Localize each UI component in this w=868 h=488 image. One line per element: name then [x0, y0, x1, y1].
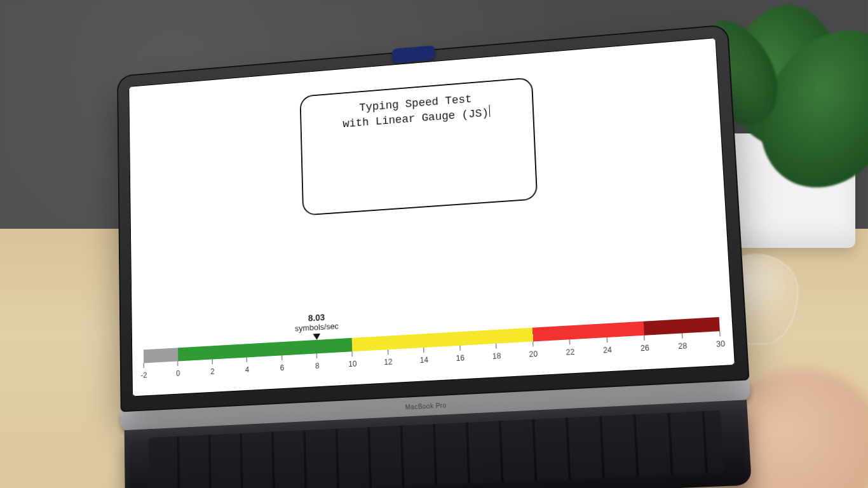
gauge-tick-label: 18 [492, 351, 501, 361]
gauge-tick: 0 [176, 361, 180, 378]
gauge-tick: 10 [348, 351, 357, 369]
gauge-tick-label: 8 [315, 362, 320, 370]
gauge-tick-label: 28 [678, 341, 688, 351]
gauge-tick-label: 16 [456, 353, 465, 363]
gauge-tick-label: 22 [566, 348, 574, 357]
gauge-tick-label: 30 [716, 339, 726, 349]
laptop-screen: Typing Speed Test with Linear Gauge (JS)… [128, 37, 735, 396]
gauge-tick: 16 [456, 346, 465, 363]
gauge-tick: 8 [315, 353, 319, 371]
gauge-tick-label: 6 [280, 363, 284, 372]
webcam-cover [392, 45, 435, 63]
gauge-tick-label: 20 [529, 349, 538, 359]
app-content: Typing Speed Test with Linear Gauge (JS)… [128, 37, 735, 396]
gauge-tick: 24 [602, 337, 612, 356]
gauge-tick: 22 [566, 339, 575, 358]
gauge-units: symbols/sec [295, 322, 339, 334]
gauge-tick: 18 [492, 343, 501, 362]
text-caret [489, 105, 490, 117]
gauge-tick: 28 [677, 333, 687, 351]
gauge-tick: 4 [245, 357, 249, 374]
gauge-tick-label: 26 [641, 343, 649, 353]
gauge-tick-label: 24 [603, 346, 612, 355]
gauge-tick-label: 12 [384, 358, 393, 367]
linear-gauge: 8.03 symbols/sec -2024681012141618202224… [143, 289, 721, 382]
gauge-tick: -2 [140, 363, 147, 380]
typing-textarea[interactable]: Typing Speed Test with Linear Gauge (JS) [299, 77, 538, 215]
gauge-value-label: 8.03 symbols/sec [294, 311, 339, 333]
gauge-tick-label: 0 [176, 369, 180, 378]
gauge-tick: 12 [384, 349, 393, 367]
gauge-tick-label: 2 [210, 367, 215, 376]
laptop: Typing Speed Test with Linear Gauge (JS)… [117, 24, 756, 488]
gauge-tick-label: 4 [245, 365, 250, 374]
gauge-tick: 26 [640, 335, 649, 353]
gauge-tick: 30 [715, 331, 726, 349]
gauge-tick-label: 14 [420, 355, 429, 365]
gauge-range-below-zero [144, 348, 178, 363]
gauge-tick-label: -2 [140, 371, 147, 380]
gauge-tick: 14 [419, 348, 428, 365]
gauge-tick: 6 [280, 355, 284, 373]
screen-bezel: Typing Speed Test with Linear Gauge (JS)… [117, 24, 750, 412]
gauge-tick: 2 [210, 359, 215, 376]
device-label: MacBook Pro [405, 402, 446, 410]
gauge-tick: 20 [529, 341, 538, 360]
gauge-tick-label: 10 [348, 360, 356, 369]
